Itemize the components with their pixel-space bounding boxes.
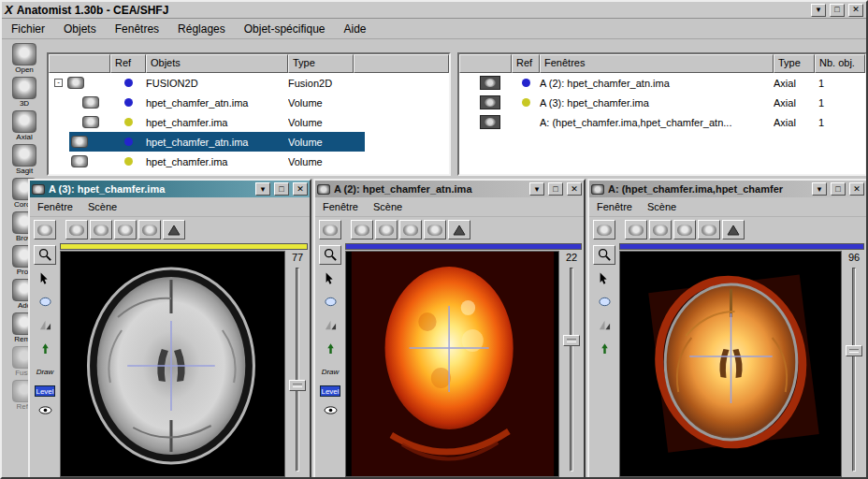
draw-tool-button[interactable]: Draw — [319, 362, 341, 382]
menu-objet-specifique[interactable]: Objet-spécifique — [244, 22, 326, 36]
slider-handle[interactable] — [563, 335, 580, 346]
window-row-a2[interactable]: A (2): hpet_chamfer_atn.ima Axial 1 — [459, 73, 865, 93]
view-button-2[interactable] — [90, 220, 112, 240]
toolbar-open-button[interactable]: Open — [6, 43, 43, 75]
view-button-1[interactable] — [65, 220, 88, 240]
object-row-last[interactable]: hpet_chamfer.ima Volume — [49, 152, 449, 171]
minimize-button[interactable]: ▾ — [529, 182, 544, 196]
axial-view-button[interactable] — [34, 220, 56, 240]
translate-tool-button[interactable] — [319, 339, 341, 358]
view-button-3[interactable] — [399, 220, 422, 240]
flip-tool-button[interactable] — [593, 315, 615, 335]
slider-groove[interactable] — [570, 268, 573, 472]
viewer3-tool-column — [589, 242, 619, 477]
menu-scene[interactable]: Scène — [647, 201, 676, 212]
view-button-1[interactable] — [625, 220, 647, 240]
toolbar-axial-button[interactable]: Axial — [6, 110, 43, 142]
maximize-button[interactable]: □ — [830, 4, 845, 17]
object-name: hpet_chamfer.ima — [146, 156, 288, 167]
view-button-3[interactable] — [673, 220, 696, 240]
collapse-icon[interactable]: - — [54, 79, 63, 87]
windows-header-ref[interactable]: Ref — [512, 54, 540, 73]
pointer-tool-button[interactable] — [34, 269, 56, 288]
object-row-child-2[interactable]: hpet_chamfer.ima Volume — [49, 112, 449, 132]
menu-fenetres[interactable]: Fenêtres — [115, 22, 159, 36]
menu-scene[interactable]: Scène — [373, 201, 402, 212]
menu-fenetre[interactable]: Fenêtre — [37, 201, 73, 212]
pointer-tool-button[interactable] — [593, 269, 615, 288]
pointer-tool-button[interactable] — [319, 269, 341, 288]
toolbar-sagittal-button[interactable]: Sagit — [6, 144, 43, 176]
menu-fichier[interactable]: Fichier — [11, 22, 45, 36]
eye-tool-button[interactable] — [319, 400, 341, 420]
objects-header-ref[interactable]: Ref — [110, 54, 146, 73]
objects-header-name[interactable]: Objets — [146, 54, 288, 73]
draw-tool-button[interactable]: Draw — [34, 362, 56, 382]
viewer1-titlebar[interactable]: A (3): hpet_chamfer.ima ▾ □ ✕ — [30, 181, 310, 197]
level-tool-button[interactable]: Level — [320, 385, 340, 397]
viewer2-titlebar[interactable]: A (2): hpet_chamfer_atn.ima ▾ □ ✕ — [315, 181, 584, 197]
minimize-button[interactable]: ▾ — [812, 182, 827, 196]
menu-reglages[interactable]: Réglages — [178, 22, 225, 36]
level-tool-button[interactable]: Level — [35, 385, 55, 397]
objects-header-blank[interactable] — [49, 54, 110, 73]
slider-handle[interactable] — [846, 345, 862, 356]
flip-tool-button[interactable] — [34, 315, 56, 335]
window-row-a3[interactable]: A (3): hpet_chamfer.ima Axial 1 — [459, 93, 865, 112]
windows-header-nb[interactable]: Nb. obj. — [815, 54, 865, 73]
windows-header-type[interactable]: Type — [774, 54, 815, 73]
minimize-button[interactable]: ▾ — [811, 4, 826, 17]
pet-slice-canvas[interactable] — [345, 251, 559, 477]
translate-tool-button[interactable] — [34, 339, 56, 358]
clipping-cone-button[interactable] — [722, 220, 745, 240]
view-button-3[interactable] — [114, 220, 137, 240]
object-row-selected[interactable]: hpet_chamfer_atn.ima Volume — [49, 132, 449, 152]
objects-header-type[interactable]: Type — [288, 54, 354, 73]
windows-header-blank[interactable] — [459, 54, 512, 73]
slider-groove[interactable] — [852, 268, 856, 472]
translate-tool-button[interactable] — [593, 339, 615, 358]
close-button[interactable]: ✕ — [567, 182, 582, 196]
axial-view-button[interactable] — [319, 220, 341, 240]
slider-groove[interactable] — [296, 268, 299, 472]
view-button-4[interactable] — [424, 220, 446, 240]
flip-tool-button[interactable] — [319, 315, 341, 335]
clipping-cone-button[interactable] — [448, 220, 470, 240]
window-row-fusion[interactable]: A: (hpet_chamfer.ima,hpet_chamfer_atn...… — [459, 112, 865, 132]
view-button-4[interactable] — [138, 220, 161, 240]
minimize-button[interactable]: ▾ — [255, 182, 270, 196]
lens-tool-button[interactable] — [593, 292, 615, 312]
slider-handle[interactable] — [289, 380, 306, 391]
axial-view-button[interactable] — [593, 220, 615, 240]
view-button-4[interactable] — [698, 220, 720, 240]
view-button-2[interactable] — [649, 220, 672, 240]
windows-header-name[interactable]: Fenêtres — [540, 54, 774, 73]
view-button-1[interactable] — [351, 220, 373, 240]
viewer3-titlebar[interactable]: A: (hpet_chamfer.ima,hpet_chamfer ▾ □ ✕ — [589, 181, 866, 197]
menu-objets[interactable]: Objets — [64, 22, 96, 36]
lens-tool-button[interactable] — [319, 292, 341, 312]
lens-tool-button[interactable] — [34, 292, 56, 312]
clipping-cone-button[interactable] — [163, 220, 185, 240]
toolbar-3d-button[interactable]: 3D — [6, 77, 43, 109]
close-button[interactable]: ✕ — [293, 182, 308, 196]
close-button[interactable]: ✕ — [848, 4, 863, 17]
menu-fenetre[interactable]: Fenêtre — [323, 201, 358, 212]
menu-scene[interactable]: Scène — [88, 201, 117, 212]
zoom-tool-button[interactable] — [34, 245, 56, 265]
menu-fenetre[interactable]: Fenêtre — [597, 201, 632, 212]
zoom-tool-button[interactable] — [319, 245, 341, 265]
close-button[interactable]: ✕ — [849, 182, 864, 196]
view-button-2[interactable] — [375, 220, 398, 240]
object-row-fusion2d[interactable]: - FUSION2D Fusion2D — [49, 73, 449, 93]
maximize-button[interactable]: □ — [548, 182, 563, 196]
menu-aide[interactable]: Aide — [343, 22, 366, 36]
fusion-slice-canvas[interactable] — [619, 251, 842, 477]
object-row-child-1[interactable]: hpet_chamfer_atn.ima Volume — [49, 93, 449, 112]
zoom-tool-button[interactable] — [593, 245, 615, 265]
eye-tool-button[interactable] — [34, 400, 56, 420]
mri-slice-canvas[interactable] — [60, 251, 285, 477]
maximize-button[interactable]: □ — [274, 182, 289, 196]
main-titlebar[interactable]: X Anatomist 1.30b - CEA/SHFJ ▾ □ ✕ — [2, 2, 866, 19]
maximize-button[interactable]: □ — [831, 182, 846, 196]
